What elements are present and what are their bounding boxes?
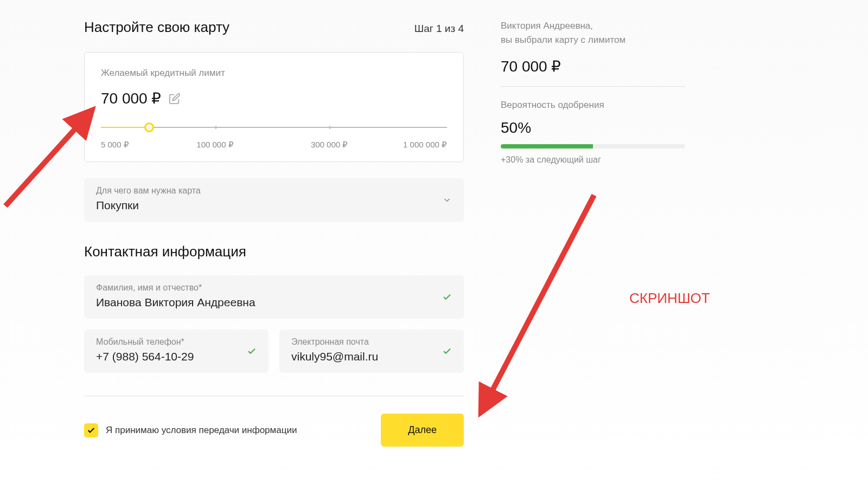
summary-name-line1: Виктория Андреевна, [501, 19, 685, 33]
email-label: Электронная почта [291, 337, 452, 347]
email-value: vikuly95@mail.ru [291, 350, 452, 363]
credit-limit-slider[interactable] [101, 122, 447, 132]
purpose-label: Для чего вам нужна карта [96, 186, 452, 196]
summary-amount: 70 000 ₽ [501, 57, 685, 75]
accept-checkbox[interactable] [84, 423, 98, 437]
page-title: Настройте свою карту [84, 19, 229, 36]
summary-divider [501, 86, 685, 87]
email-field[interactable]: Электронная почта vikuly95@mail.ru [279, 330, 464, 373]
fullname-label: Фамилия, имя и отчество* [96, 283, 452, 293]
slider-mark-max: 1 000 000 ₽ [403, 140, 447, 150]
approval-progress [501, 144, 685, 149]
check-icon [442, 292, 452, 302]
phone-value: +7 (988) 564-10-29 [96, 350, 257, 363]
phone-field[interactable]: Мобильный телефон* +7 (988) 564-10-29 [84, 330, 269, 373]
slider-mark-min: 5 000 ₽ [101, 140, 129, 150]
purpose-value: Покупки [96, 199, 452, 212]
phone-label: Мобильный телефон* [96, 337, 257, 347]
fullname-value: Иванова Виктория Андреевна [96, 296, 452, 309]
step-indicator: Шаг 1 из 4 [414, 23, 464, 35]
check-icon [442, 346, 452, 356]
approval-prob-value: 50% [501, 119, 685, 137]
footer-divider [84, 396, 464, 396]
approval-progress-fill [501, 144, 593, 149]
edit-icon[interactable] [169, 93, 181, 105]
summary-name-line2: вы выбрали карту с лимитом [501, 33, 685, 47]
approval-hint: +30% за следующий шаг [501, 155, 685, 165]
next-button[interactable]: Далее [381, 414, 464, 447]
slider-mark-300k: 300 000 ₽ [311, 140, 348, 150]
fullname-field[interactable]: Фамилия, имя и отчество* Иванова Виктори… [84, 275, 464, 319]
purpose-select[interactable]: Для чего вам нужна карта Покупки [84, 178, 464, 222]
credit-limit-value: 70 000 ₽ [101, 89, 161, 107]
credit-limit-card: Желаемый кредитный лимит 70 000 ₽ 5 [84, 52, 464, 162]
slider-marks: 5 000 ₽ 100 000 ₽ 300 000 ₽ 1 000 000 ₽ [101, 140, 447, 151]
chevron-down-icon [442, 195, 452, 205]
accept-label: Я принимаю условия передачи информации [106, 425, 297, 436]
slider-mark-100k: 100 000 ₽ [196, 140, 233, 150]
summary-panel: Виктория Андреевна, вы выбрали карту с л… [501, 19, 685, 447]
form-main: Настройте свою карту Шаг 1 из 4 Желаемый… [84, 19, 464, 447]
credit-limit-label: Желаемый кредитный лимит [101, 68, 447, 79]
contact-heading: Контактная информация [84, 243, 464, 260]
approval-prob-label: Вероятность одобрения [501, 100, 685, 111]
slider-thumb[interactable] [144, 122, 154, 132]
check-icon [247, 346, 257, 356]
